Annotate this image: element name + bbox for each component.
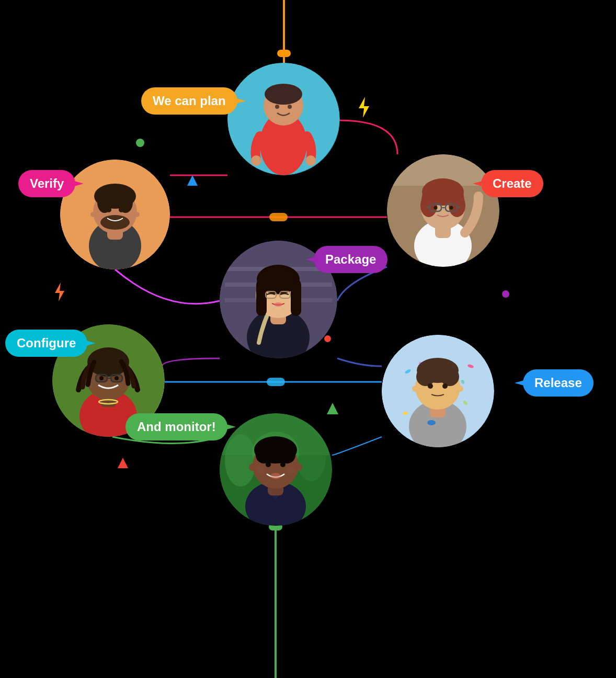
svg-point-86 — [442, 383, 448, 389]
bubble-configure: Configure — [5, 330, 87, 357]
svg-point-100 — [266, 462, 271, 467]
svg-marker-121 — [327, 403, 338, 414]
avatar-top — [227, 63, 340, 175]
bubble-release: Release — [523, 369, 594, 397]
svg-point-11 — [265, 84, 302, 105]
svg-point-26 — [119, 207, 124, 212]
triangle-green — [327, 403, 338, 416]
svg-rect-53 — [256, 279, 267, 316]
svg-point-101 — [280, 462, 286, 467]
svg-point-115 — [136, 139, 144, 147]
svg-point-35 — [420, 194, 437, 217]
avatar-right-top — [387, 154, 499, 267]
svg-point-14 — [251, 155, 261, 166]
bubble-verify: Verify — [18, 170, 75, 197]
dot-red — [324, 335, 331, 344]
svg-point-103 — [256, 466, 265, 474]
svg-marker-117 — [55, 282, 64, 301]
svg-point-87 — [412, 386, 418, 392]
svg-rect-54 — [291, 279, 301, 316]
svg-point-119 — [502, 290, 509, 298]
svg-point-25 — [106, 207, 111, 212]
svg-marker-111 — [86, 341, 96, 346]
svg-marker-108 — [74, 181, 84, 186]
svg-point-120 — [324, 335, 331, 342]
svg-point-84 — [440, 367, 459, 386]
svg-rect-5 — [267, 378, 285, 386]
svg-point-83 — [416, 367, 435, 386]
svg-point-99 — [279, 447, 295, 464]
dot-purple — [502, 290, 509, 300]
bubble-create: Create — [481, 170, 543, 197]
svg-marker-116 — [187, 175, 198, 186]
avatar-right-bottom — [382, 335, 494, 447]
svg-rect-56 — [280, 291, 290, 298]
lightning-icon-left — [52, 282, 67, 303]
svg-point-88 — [457, 386, 463, 392]
svg-point-43 — [450, 206, 453, 210]
svg-marker-123 — [118, 458, 128, 468]
svg-point-28 — [134, 212, 140, 217]
svg-point-106 — [295, 464, 302, 471]
svg-point-13 — [288, 105, 292, 109]
triangle-red — [118, 458, 128, 470]
svg-marker-112 — [515, 380, 524, 386]
svg-point-58 — [274, 302, 282, 307]
lightning-icon-top — [356, 97, 372, 120]
svg-marker-107 — [236, 98, 246, 104]
triangle-blue — [187, 175, 198, 188]
svg-rect-3 — [269, 213, 288, 221]
bubble-we-can-plan: We can plan — [141, 87, 237, 115]
svg-point-27 — [90, 212, 96, 217]
svg-point-69 — [115, 376, 119, 380]
svg-marker-110 — [305, 257, 315, 262]
svg-point-91 — [225, 434, 256, 487]
svg-point-105 — [249, 464, 256, 471]
svg-rect-1 — [277, 50, 291, 57]
svg-point-15 — [305, 155, 316, 166]
svg-marker-114 — [359, 97, 369, 118]
bubble-and-monitor: And monitor! — [126, 413, 227, 440]
svg-point-104 — [287, 466, 295, 474]
svg-marker-109 — [473, 181, 482, 186]
main-canvas: We can plan Verify Create Package Config… — [0, 0, 616, 678]
svg-point-42 — [434, 206, 438, 210]
svg-point-68 — [99, 376, 104, 380]
avatar-left — [60, 160, 170, 269]
svg-point-102 — [270, 473, 281, 479]
svg-point-24 — [100, 215, 130, 230]
svg-point-92 — [296, 434, 326, 481]
svg-marker-113 — [226, 424, 236, 430]
svg-point-98 — [256, 447, 272, 464]
svg-point-12 — [275, 105, 279, 109]
svg-point-79 — [427, 420, 436, 425]
svg-point-85 — [428, 383, 433, 389]
bubble-package: Package — [314, 246, 387, 273]
dot-green — [136, 139, 144, 149]
